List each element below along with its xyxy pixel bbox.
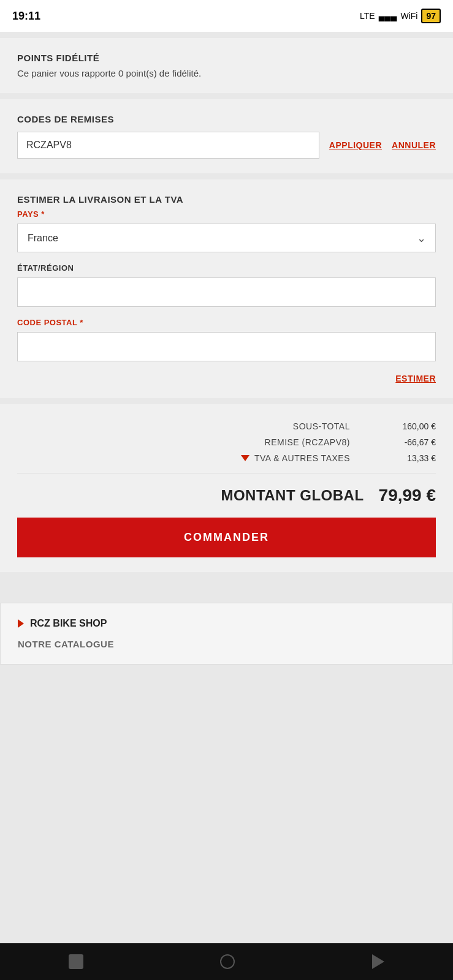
bottom-nav — [0, 943, 453, 980]
subtotal-value: 160,00 € — [375, 421, 436, 431]
shipping-title: ESTIMER LA LIVRAISON ET LA TVA — [17, 194, 436, 205]
footer-section: RCZ BIKE SHOP NOTRE CATALOGUE — [0, 603, 453, 665]
apply-button[interactable]: APPLIQUER — [329, 140, 382, 150]
discount-row-summary: REMISE (RCZAPV8) -66,67 € — [17, 437, 436, 447]
total-row: MONTANT GLOBAL 79,99 € — [17, 483, 436, 505]
signal-icon: ▄▄▄ — [379, 11, 397, 21]
status-icons: LTE ▄▄▄ WiFi 97 — [360, 9, 441, 23]
discount-row: APPLIQUER ANNULER — [17, 132, 436, 159]
subtotal-label: SOUS-TOTAL — [293, 421, 350, 431]
shop-link[interactable]: RCZ BIKE SHOP — [18, 618, 435, 629]
subtotal-row: SOUS-TOTAL 160,00 € — [17, 421, 436, 431]
expand-icon — [18, 619, 24, 628]
nav-back-icon[interactable] — [372, 954, 384, 969]
estimate-btn-row: ESTIMER — [17, 374, 436, 383]
discount-actions: APPLIQUER ANNULER — [329, 140, 436, 150]
discount-input[interactable] — [17, 132, 319, 159]
cancel-button[interactable]: ANNULER — [392, 140, 436, 150]
discount-label: REMISE (RCZAPV8) — [265, 437, 350, 447]
country-select-wrapper: France Belgique Suisse Canada — [17, 224, 436, 252]
loyalty-points-section: POINTS FIDÉLITÉ Ce panier vous rapporte … — [0, 38, 453, 93]
discount-title: CODES DE REMISES — [17, 114, 436, 124]
region-input[interactable] — [17, 277, 436, 307]
commander-button[interactable]: COMMANDER — [17, 518, 436, 557]
status-time: 19:11 — [12, 10, 40, 23]
region-label: ÉTAT/RÉGION — [17, 263, 436, 273]
country-label: PAYS * — [17, 209, 436, 219]
tva-row: TVA & AUTRES TAXES 13,33 € — [17, 453, 436, 463]
triangle-down-icon[interactable] — [241, 455, 249, 461]
spacer — [0, 578, 453, 597]
battery-icon: 97 — [421, 9, 441, 23]
discount-value: -66,67 € — [375, 437, 436, 447]
country-select[interactable]: France Belgique Suisse Canada — [17, 224, 436, 252]
lte-icon: LTE — [360, 11, 375, 21]
wifi-icon: WiFi — [400, 11, 417, 21]
estimate-button[interactable]: ESTIMER — [395, 374, 436, 383]
postal-input[interactable] — [17, 332, 436, 361]
total-value: 79,99 € — [379, 486, 436, 505]
loyalty-points-title: POINTS FIDÉLITÉ — [17, 53, 436, 63]
status-bar: 19:11 LTE ▄▄▄ WiFi 97 — [0, 0, 453, 32]
nav-square-icon[interactable] — [69, 954, 83, 969]
tva-text: TVA & AUTRES TAXES — [254, 453, 350, 463]
total-label: MONTANT GLOBAL — [221, 487, 364, 504]
shop-label: RCZ BIKE SHOP — [30, 618, 107, 629]
tva-label: TVA & AUTRES TAXES — [241, 453, 350, 463]
summary-divider — [17, 473, 436, 473]
postal-label: CODE POSTAL * — [17, 318, 436, 327]
tva-value: 13,33 € — [375, 453, 436, 463]
summary-section: SOUS-TOTAL 160,00 € REMISE (RCZAPV8) -66… — [0, 404, 453, 572]
catalogue-label: NOTRE CATALOGUE — [18, 639, 435, 649]
discount-section: CODES DE REMISES APPLIQUER ANNULER — [0, 99, 453, 173]
loyalty-points-text: Ce panier vous rapporte 0 point(s) de fi… — [17, 68, 436, 78]
nav-home-icon[interactable] — [220, 954, 235, 969]
shipping-section: ESTIMER LA LIVRAISON ET LA TVA PAYS * Fr… — [0, 179, 453, 398]
